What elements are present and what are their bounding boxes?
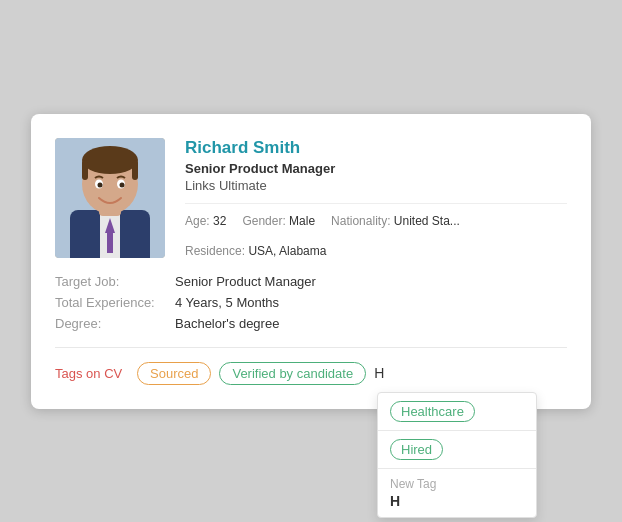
svg-rect-9 bbox=[132, 160, 138, 180]
meta-nationality: Nationality: United Sta... bbox=[331, 214, 460, 228]
tags-container: Sourced Verified by candidate H Healthca… bbox=[137, 362, 384, 385]
svg-point-12 bbox=[98, 182, 103, 187]
meta-gender: Gender: Male bbox=[242, 214, 315, 228]
tag-hired: Hired bbox=[390, 439, 443, 460]
svg-rect-4 bbox=[107, 233, 113, 253]
detail-label-exp: Total Experience: bbox=[55, 295, 175, 310]
tags-section: Tags on CV Sourced Verified by candidate… bbox=[55, 347, 567, 385]
details-section: Target Job: Senior Product Manager Total… bbox=[55, 274, 567, 331]
profile-info: Richard Smith Senior Product Manager Lin… bbox=[185, 138, 567, 258]
profile-name: Richard Smith bbox=[185, 138, 567, 158]
profile-title: Senior Product Manager bbox=[185, 161, 567, 176]
tag-healthcare: Healthcare bbox=[390, 401, 475, 422]
new-tag-label: New Tag bbox=[390, 477, 524, 491]
detail-value-job: Senior Product Manager bbox=[175, 274, 567, 289]
new-tag-value: H bbox=[390, 493, 524, 509]
tag-sourced[interactable]: Sourced bbox=[137, 362, 211, 385]
detail-value-exp: 4 Years, 5 Months bbox=[175, 295, 567, 310]
top-section: Richard Smith Senior Product Manager Lin… bbox=[55, 138, 567, 258]
tag-verified[interactable]: Verified by candidate bbox=[219, 362, 366, 385]
dropdown-new-tag: New Tag H bbox=[378, 469, 536, 517]
profile-meta: Age: 32 Gender: Male Nationality: United… bbox=[185, 203, 567, 258]
dropdown-item-healthcare[interactable]: Healthcare bbox=[378, 393, 536, 430]
tag-input-letter: H bbox=[374, 365, 384, 381]
profile-company: Links Ultimate bbox=[185, 178, 567, 193]
svg-rect-8 bbox=[82, 160, 88, 180]
avatar bbox=[55, 138, 165, 258]
meta-residence: Residence: USA, Alabama bbox=[185, 244, 326, 258]
detail-value-degree: Bachelor's degree bbox=[175, 316, 567, 331]
detail-label-degree: Degree: bbox=[55, 316, 175, 331]
meta-age: Age: 32 bbox=[185, 214, 226, 228]
dropdown-item-hired[interactable]: Hired bbox=[378, 431, 536, 468]
tags-label: Tags on CV bbox=[55, 362, 127, 381]
tag-dropdown: Healthcare Hired New Tag H bbox=[377, 392, 537, 518]
detail-label-job: Target Job: bbox=[55, 274, 175, 289]
profile-card: Richard Smith Senior Product Manager Lin… bbox=[31, 114, 591, 409]
svg-point-13 bbox=[120, 182, 125, 187]
svg-point-7 bbox=[82, 146, 138, 174]
